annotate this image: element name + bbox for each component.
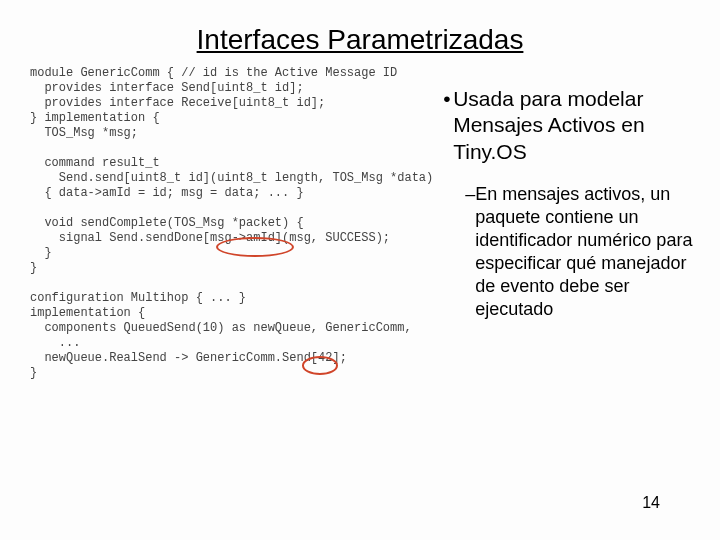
bullet2-text: En mensajes activos, un paquete contiene… bbox=[475, 183, 710, 321]
content-area: module GenericComm { // id is the Active… bbox=[0, 66, 720, 381]
code-block: module GenericComm { // id is the Active… bbox=[30, 66, 433, 381]
text-column: • Usada para modelar Mensajes Activos en… bbox=[433, 66, 710, 381]
bullet-level-1: • Usada para modelar Mensajes Activos en… bbox=[443, 86, 710, 165]
bullet-dash: – bbox=[465, 183, 475, 321]
page-number: 14 bbox=[642, 494, 660, 512]
code-column: module GenericComm { // id is the Active… bbox=[30, 66, 433, 381]
bullet1-text: Usada para modelar Mensajes Activos en T… bbox=[453, 86, 710, 165]
slide-title: Interfaces Parametrizadas bbox=[0, 24, 720, 56]
bullet-level-2: – En mensajes activos, un paquete contie… bbox=[465, 183, 710, 321]
bullet-dot: • bbox=[443, 86, 453, 165]
